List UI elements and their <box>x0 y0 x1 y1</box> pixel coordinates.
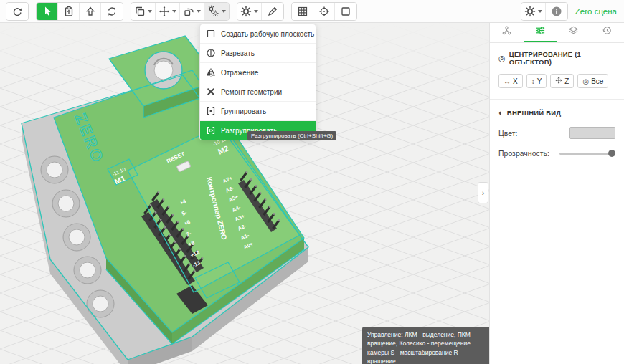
toolbar-right: Zero сцена <box>521 2 618 21</box>
panel-collapse-button[interactable]: › <box>478 182 488 203</box>
appearance-title: ВНЕШНИЙ ВИД <box>507 109 561 117</box>
scene-settings-dropdown-button[interactable] <box>521 3 546 20</box>
menu-item-mirror[interactable]: Отражение <box>200 63 316 82</box>
sliders-icon <box>535 25 546 39</box>
menu-item-repair[interactable]: Ремонт геометрии <box>200 82 316 102</box>
chevron-down-icon <box>222 10 226 13</box>
controls-tooltip: Управление: ЛКМ - выделение, ПКМ - враще… <box>362 327 489 364</box>
sync-icon <box>106 6 118 17</box>
center-z-button[interactable]: Z <box>550 74 574 88</box>
layers-icon <box>568 25 579 39</box>
main-area: ZERO -11 10 M1 RESET -10 11 M2 Контролле… <box>0 23 624 364</box>
sync-tool-button[interactable] <box>101 3 123 20</box>
chevron-down-icon <box>148 10 152 13</box>
head-hole <box>154 61 173 80</box>
bullseye-icon: ◎ <box>582 77 589 85</box>
move-icon <box>159 6 170 17</box>
tab-properties[interactable] <box>524 23 557 42</box>
appearance-section: ◐ ВНЕШНИЙ ВИД Цвет: Прозрачность: <box>490 101 624 169</box>
edit-button[interactable] <box>262 3 283 20</box>
group-icon <box>206 106 216 116</box>
reload-button[interactable] <box>6 3 28 20</box>
cut-icon <box>206 48 216 58</box>
plane-icon <box>206 29 216 39</box>
reload-icon <box>11 6 23 17</box>
grid-button[interactable] <box>292 3 313 20</box>
cursor-icon <box>42 6 53 17</box>
color-swatch[interactable] <box>569 127 615 139</box>
chevron-down-icon <box>172 10 176 13</box>
menu-item-label: Ремонт геометрии <box>221 88 282 96</box>
info-button[interactable] <box>546 3 567 20</box>
menu-item-label: Создать рабочую плоскость <box>221 30 314 38</box>
chevron-down-icon <box>538 10 542 13</box>
half-circle-icon: ◐ <box>498 108 504 117</box>
repair-icon <box>206 87 216 97</box>
appearance-title-row: ◐ ВНЕШНИЙ ВИД <box>498 108 615 117</box>
select-tool-button[interactable] <box>37 3 58 20</box>
transparency-row: Прозрачность: <box>498 149 615 158</box>
target-icon: ◎ <box>498 54 506 63</box>
menu-item-label: Группировать <box>221 107 266 115</box>
history-icon <box>602 25 613 39</box>
center-y-button[interactable]: ↕ Y <box>526 74 547 88</box>
menu-tooltip: Разгруппировать (Ctrl+Shift+G) <box>247 131 336 140</box>
slider-knob[interactable] <box>608 150 615 157</box>
toolbar-group-transform <box>131 2 230 21</box>
settings-dropdown-button[interactable] <box>237 3 262 20</box>
modify-dropdown-menu: Создать рабочую плоскость Разрезать Отра… <box>199 24 316 140</box>
upload-tool-button[interactable] <box>80 3 101 20</box>
tree-icon <box>501 25 512 39</box>
properties-panel: ◎ ЦЕНТРИРОВАНИЕ (1 ОБЪЕКТОВ) ↔ X ↕ Y Z <box>489 23 624 364</box>
axis-buttons: ↔ X ↕ Y Z ◎ Все <box>498 74 615 88</box>
app-window: Zero сцена <box>0 0 624 364</box>
menu-item-label: Отражение <box>221 69 258 77</box>
copy-icon <box>134 6 146 17</box>
menu-item-label: Разрезать <box>221 49 255 57</box>
tab-layers[interactable] <box>557 23 591 42</box>
centering-title: ЦЕНТРИРОВАНИЕ (1 ОБЪЕКТОВ) <box>509 50 615 66</box>
panel-divider <box>490 99 624 100</box>
tab-structure[interactable] <box>490 23 524 42</box>
viewport: ZERO -11 10 M1 RESET -10 11 M2 Контролле… <box>0 23 489 364</box>
ungroup-icon <box>206 125 216 135</box>
paste-tool-button[interactable] <box>58 3 80 20</box>
center-x-button[interactable]: ↔ X <box>498 74 523 88</box>
toolbar-group-reload <box>6 2 29 21</box>
toolbar-group-scene <box>521 2 568 21</box>
chevron-down-icon <box>197 10 201 13</box>
slider-track <box>559 153 615 155</box>
clipboard-icon <box>63 6 75 17</box>
transparency-label: Прозрачность: <box>498 149 549 158</box>
modify-dropdown-button[interactable] <box>204 3 229 20</box>
pencil-icon <box>267 6 278 17</box>
rotate-dropdown-button[interactable] <box>180 3 204 20</box>
vertical-arrows-icon: ↕ <box>531 77 535 85</box>
mirror-icon <box>206 67 216 77</box>
horizontal-arrows-icon: ↔ <box>504 77 511 85</box>
center-all-button[interactable]: ◎ Все <box>577 74 608 88</box>
toolbar-group-tools <box>36 2 123 21</box>
menu-item-group[interactable]: Группировать <box>200 102 316 121</box>
centering-section: ◎ ЦЕНТРИРОВАНИЕ (1 ОБЪЕКТОВ) ↔ X ↕ Y Z <box>490 43 624 99</box>
color-row: Цвет: <box>498 127 615 139</box>
focus-button[interactable] <box>313 3 335 20</box>
tab-history[interactable] <box>590 23 624 42</box>
frame-button[interactable] <box>335 3 356 20</box>
chevron-down-icon <box>254 10 258 13</box>
chevron-right-icon: › <box>482 188 485 197</box>
panel-tabs <box>490 23 624 43</box>
scene-title: Zero сцена <box>575 7 618 16</box>
up-arrow-icon <box>85 6 96 17</box>
grid-icon <box>297 6 308 17</box>
gear-icon <box>524 6 536 17</box>
transparency-slider[interactable] <box>559 150 615 158</box>
move-dropdown-button[interactable] <box>156 3 180 20</box>
color-label: Цвет: <box>498 129 517 138</box>
move-cross-icon <box>555 77 562 85</box>
menu-item-create-plane[interactable]: Создать рабочую плоскость <box>200 24 316 44</box>
menu-item-cut[interactable]: Разрезать <box>200 44 316 63</box>
rotate-icon <box>183 6 194 17</box>
toolbar-group-view <box>291 2 357 21</box>
copy-dropdown-button[interactable] <box>131 3 156 20</box>
